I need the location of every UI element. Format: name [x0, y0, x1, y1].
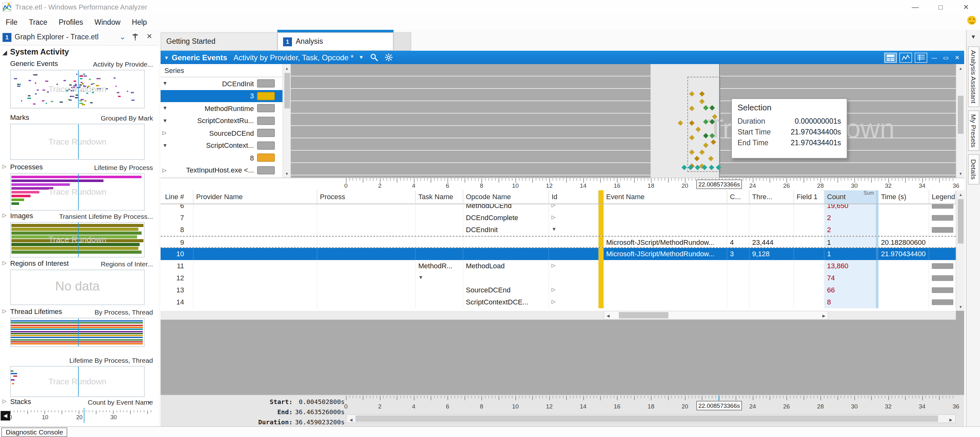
expander-icon[interactable]: ▼	[162, 143, 167, 149]
chevron-down-icon[interactable]: ⌄	[146, 396, 152, 405]
event-chart[interactable]: Trace Rundown Selection Duration0.000000…	[290, 64, 956, 177]
expander-icon[interactable]: ▷	[552, 260, 593, 271]
graph-close-icon[interactable]: ✕	[953, 53, 962, 62]
table-header-row[interactable]: Line #Provider NameProcessTask NameOpcod…	[161, 190, 956, 204]
series-scrollbar[interactable]: ▲ ▼	[282, 64, 291, 177]
dock-restore-icon[interactable]: ◀	[1, 411, 10, 421]
tab-getting-started[interactable]: Getting Started	[161, 32, 277, 51]
expander-icon[interactable]: ▼	[418, 272, 458, 283]
time-axis[interactable]: 024681012141618202224262830323436 22.008…	[161, 177, 964, 191]
expander-icon[interactable]: ▷	[552, 204, 593, 211]
scrollbar-thumb[interactable]	[619, 312, 668, 318]
table-row-line-8[interactable]: 8DCEndInit▼32	[161, 224, 956, 236]
expander-icon[interactable]: ▷	[3, 164, 6, 169]
table-row-line-13[interactable]: 13SourceDCEnd▷4066	[161, 284, 956, 296]
menu-help[interactable]: Help	[126, 14, 153, 30]
graph-thumbnail[interactable]	[10, 318, 145, 347]
series-row-textinputhost-exe-[interactable]: ▷TextInputHost.exe <...	[161, 164, 282, 176]
scrollbar-thumb[interactable]	[284, 73, 290, 108]
column-header-task[interactable]: Task Name	[416, 190, 463, 204]
rail-dropdown-icon[interactable]: ▼	[970, 33, 976, 40]
graph-and-table-view-icon[interactable]	[884, 53, 897, 63]
scroll-left-icon[interactable]: ◀	[604, 311, 612, 320]
scroll-down-icon[interactable]: ▼	[283, 169, 291, 177]
expander-icon[interactable]: ▷	[162, 168, 166, 173]
graph-item-marks[interactable]: MarksGrouped By Mark	[0, 113, 159, 123]
menu-profiles[interactable]: Profiles	[53, 14, 89, 30]
scroll-up-icon[interactable]: ▲	[956, 190, 965, 198]
table-row-line-10[interactable]: 10Microsoft-JScript/MethodRundow...39,12…	[161, 248, 956, 260]
graph-maximize-icon[interactable]: ▭	[941, 53, 950, 62]
column-header-provider[interactable]: Provider Name	[194, 190, 317, 204]
series-row-8[interactable]: 8	[161, 152, 282, 164]
timeline-horizontal-scrollbar[interactable]: ◀ ▶	[346, 414, 956, 423]
rail-tab-my-presets[interactable]: My Presets	[968, 110, 979, 151]
column-header-field1[interactable]: Field 1	[794, 190, 824, 204]
table-row-line-7[interactable]: 7DCEndComplete▷42	[161, 212, 956, 224]
scroll-left-icon[interactable]: ◀	[347, 415, 355, 424]
expander-icon[interactable]: ▼	[162, 118, 167, 124]
graph-thumbnail[interactable]: Trace Rundown	[10, 70, 145, 108]
series-row-3[interactable]: 3	[161, 90, 282, 102]
expander-icon[interactable]: ▼	[552, 224, 593, 235]
graph-item-images[interactable]: ▷ImagesTransient Lifetime By Process...	[0, 211, 159, 222]
gear-icon[interactable]	[385, 53, 393, 62]
pin-icon[interactable]	[132, 33, 138, 41]
column-header-c[interactable]: C...	[727, 190, 749, 204]
view-dropdown-icon[interactable]: ▼	[359, 55, 364, 60]
column-header-line[interactable]: Line #	[161, 190, 194, 204]
expander-icon[interactable]: ▷	[162, 130, 166, 136]
mini-timeline[interactable]: 0102030	[0, 409, 159, 426]
maximize-button[interactable]: □	[928, 0, 953, 14]
expander-icon[interactable]: ▼	[162, 81, 167, 87]
column-header-legend[interactable]: Legend	[929, 190, 956, 204]
graph-item-stacks[interactable]: ▷StacksCount by Event Name⌄	[0, 397, 159, 407]
graph-minimize-icon[interactable]: —	[930, 53, 939, 62]
expander-icon[interactable]: ▷	[552, 212, 593, 223]
expander-icon[interactable]: ▷	[552, 284, 593, 296]
graph-thumbnail[interactable]: Trace Rundown	[10, 366, 145, 397]
series-row-dcendinit[interactable]: ▼DCEndInit	[161, 78, 282, 90]
series-row-scriptcontext-[interactable]: ▼ScriptContext...	[161, 139, 282, 152]
graph-item-thread-lifetimes[interactable]: ▷Thread LifetimesBy Process, Thread	[0, 307, 159, 317]
series-row-methodruntime[interactable]: ▼MethodRuntime	[161, 102, 282, 114]
graph-thumbnail[interactable]: No data	[10, 269, 145, 305]
graph-item-processes[interactable]: ▷ProcessesLifetime By Process	[0, 162, 159, 173]
rail-tab-details[interactable]: Details	[968, 154, 979, 185]
table-only-view-icon[interactable]	[915, 53, 928, 63]
minimize-button[interactable]: —	[902, 0, 928, 14]
scroll-up-icon[interactable]: ▲	[283, 64, 291, 72]
expander-icon[interactable]: ▷	[552, 296, 593, 308]
scrollbar-thumb[interactable]	[958, 199, 964, 244]
analysis-graph-header[interactable]: ▾ Generic Events Activity by Provider, T…	[161, 51, 964, 64]
series-row-sourcedcend[interactable]: ▷SourceDCEnd	[161, 127, 282, 139]
column-header-id[interactable]: Id	[549, 190, 598, 204]
table-row-line-11[interactable]: 11MethodR...MethodLoad▷913,860	[161, 260, 956, 272]
close-button[interactable]: ✕	[953, 0, 979, 14]
expander-icon[interactable]: ▷	[3, 398, 6, 404]
graph-item-regions-of-interest[interactable]: ▷Regions of InterestRegions of Inter...	[0, 259, 159, 269]
graph-thumbnail[interactable]: Trace Rundown	[10, 173, 145, 211]
section-system-activity[interactable]: ◢System Activity	[3, 48, 69, 57]
scrollbar-thumb[interactable]	[958, 96, 964, 134]
chart-scrollbar[interactable]: ▲ ▼	[956, 64, 965, 177]
series-row-scriptcontextru-[interactable]: ▼ScriptContextRu...	[161, 114, 282, 127]
feedback-smiley-icon[interactable]	[967, 16, 976, 25]
scroll-right-icon[interactable]: ▶	[947, 415, 955, 424]
scroll-up-icon[interactable]: ▲	[956, 64, 965, 72]
column-header-thread[interactable]: Thre...	[749, 190, 794, 204]
column-header-process[interactable]: Process	[317, 190, 416, 204]
graph-item-generic-events[interactable]: Generic EventsActivity by Provide...	[0, 59, 159, 69]
expander-icon[interactable]: ▷	[3, 260, 6, 266]
menu-file[interactable]: File	[0, 14, 23, 30]
scroll-right-icon[interactable]: ▶	[819, 311, 828, 320]
table-row-line-9[interactable]: 9Microsoft-JScript/MethodRundow...423,44…	[161, 236, 956, 248]
column-header-time[interactable]: Time (s)	[878, 190, 929, 204]
close-icon[interactable]: ✕	[146, 32, 152, 41]
menu-window[interactable]: Window	[89, 14, 126, 30]
table-row-line-6[interactable]: 6MethodDCEnd▷619,650	[161, 204, 956, 212]
graph-item-lifetime-by-process-thread[interactable]: Lifetime By Process, Thread	[0, 355, 159, 365]
scroll-down-icon[interactable]: ▼	[956, 302, 965, 311]
table-scrollbar[interactable]: ▲ ▼	[956, 190, 965, 311]
search-icon[interactable]	[370, 53, 378, 62]
